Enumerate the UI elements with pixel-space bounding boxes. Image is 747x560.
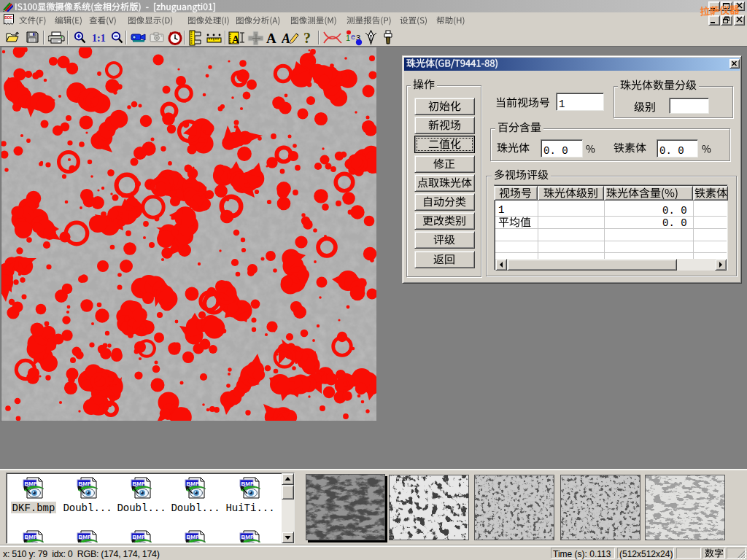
svg-text:A: A <box>266 31 276 44</box>
svg-text:?: ? <box>303 31 311 45</box>
svg-text:DOC: DOC <box>4 15 12 20</box>
svg-text:e: e <box>351 32 355 41</box>
svg-text:A: A <box>282 31 290 45</box>
svg-text:1: 1 <box>346 34 350 42</box>
svg-text:1:1: 1:1 <box>92 33 106 44</box>
svg-text:A: A <box>232 34 240 45</box>
